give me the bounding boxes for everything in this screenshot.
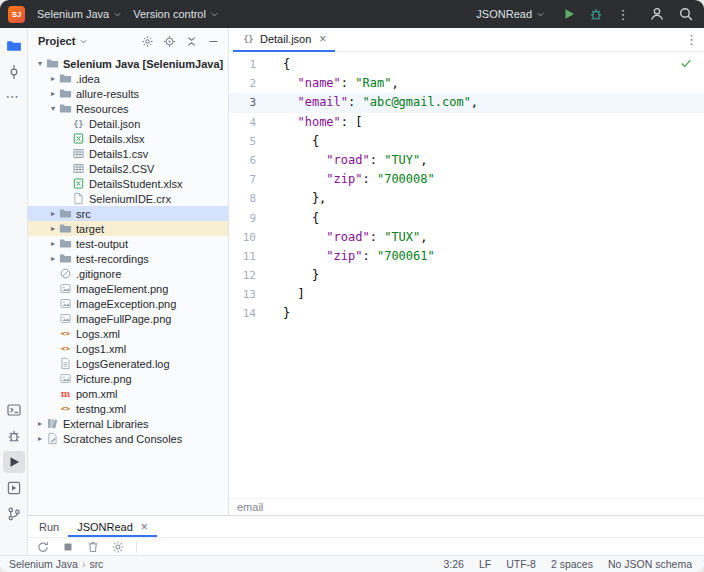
tree-item-details2-csv[interactable]: Details2.CSV [28,161,228,176]
tree-item-test-output[interactable]: ▸test-output [28,236,228,251]
code-line-7[interactable]: 7 "zip": "700008" [229,170,704,189]
code-line-4[interactable]: 4 "home": [ [229,113,704,132]
tree-item-gitignore[interactable]: .gitignore [28,266,228,281]
line-number[interactable]: 1 [229,55,273,74]
tree-item-picture-png[interactable]: Picture.png [28,371,228,386]
editor-options-icon[interactable]: ⋮ [685,33,698,46]
code-line-1[interactable]: 1{ [229,55,704,74]
tree-item-target[interactable]: ▸target [28,221,228,236]
tree-item-selenium-java-seleniumjava[interactable]: ▾Selenium Java [SeleniumJava]~/IdeaProj [28,56,228,71]
tree-chevron-icon[interactable]: ▸ [34,435,46,443]
tree-item-logsgenerated-log[interactable]: LogsGenerated.log [28,356,228,371]
code-line-9[interactable]: 9 { [229,209,704,228]
tab-run[interactable]: Run [30,516,68,537]
vcs-selector[interactable]: Version control [128,5,225,23]
line-number[interactable]: 11 [229,247,273,266]
tab-jsonread[interactable]: JSONRead × [68,516,157,537]
debug-tool-button[interactable] [3,425,25,447]
git-tool-button[interactable] [3,503,25,525]
breadcrumb-item[interactable]: email [237,501,263,513]
debug-icon[interactable] [588,6,604,22]
json-schema-widget[interactable]: No JSON schema [608,558,692,570]
line-number[interactable]: 5 [229,132,273,151]
inspections-ok-icon[interactable] [679,56,693,70]
code-line-3[interactable]: 3 "email": "abc@gmail.com", [229,93,704,112]
tree-item-details1-csv[interactable]: Details1.csv [28,146,228,161]
tree-item-pom-xml[interactable]: mpom.xml [28,386,228,401]
clear-icon[interactable] [86,540,100,554]
tree-item-details-xlsx[interactable]: Details.xlsx [28,131,228,146]
line-number[interactable]: 14 [229,304,273,323]
tree-chevron-icon[interactable]: ▸ [47,255,59,263]
tree-chevron-icon[interactable]: ▾ [47,105,59,113]
tree-item-test-recordings[interactable]: ▸test-recordings [28,251,228,266]
commit-tool-button[interactable] [3,61,25,83]
tree-chevron-icon[interactable]: ▸ [47,225,59,233]
tab-detail-json[interactable]: {} Detail.json × [233,28,335,52]
more-tools-tool-button[interactable]: ⋯ [3,87,25,109]
more-actions-icon[interactable]: ⋮ [615,6,631,22]
collapse-all-icon[interactable] [185,35,198,48]
code-line-13[interactable]: 13 ] [229,285,704,304]
project-tool-button[interactable] [3,35,25,57]
line-separator-widget[interactable]: LF [479,558,491,570]
encoding-widget[interactable]: UTF-8 [506,558,536,570]
app-logo[interactable]: SJ [8,6,25,23]
indent-widget[interactable]: 2 spaces [551,558,593,570]
terminal-tool-button[interactable] [3,399,25,421]
line-number[interactable]: 9 [229,209,273,228]
code-line-5[interactable]: 5 { [229,132,704,151]
tree-item-logs1-xml[interactable]: <>Logs1.xml [28,341,228,356]
line-number[interactable]: 6 [229,151,273,170]
code-line-11[interactable]: 11 "zip": "700061" [229,247,704,266]
tree-item-scratches-and-consoles[interactable]: ▸Scratches and Consoles [28,431,228,446]
search-icon[interactable] [678,6,694,22]
line-number[interactable]: 10 [229,228,273,247]
tree-chevron-icon[interactable]: ▾ [34,60,46,68]
code-line-8[interactable]: 8 }, [229,189,704,208]
tree-item-detailsstudent-xlsx[interactable]: DetailsStudent.xlsx [28,176,228,191]
tree-chevron-icon[interactable]: ▸ [47,240,59,248]
run-icon[interactable] [561,6,577,22]
tree-chevron-icon[interactable]: ▸ [34,420,46,428]
tree-item-imageelement-png[interactable]: ImageElement.png [28,281,228,296]
code-line-2[interactable]: 2 "name": "Ram", [229,74,704,93]
line-number[interactable]: 12 [229,266,273,285]
tree-item-logs-xml[interactable]: <>Logs.xml [28,326,228,341]
tree-chevron-icon[interactable]: ▸ [47,210,59,218]
tree-chevron-icon[interactable]: ▸ [47,90,59,98]
run-tool-button[interactable] [3,451,25,473]
statusbar-breadcrumb-project[interactable]: Selenium Java [9,558,78,570]
cursor-position-widget[interactable]: 3:26 [443,558,463,570]
line-number[interactable]: 4 [229,113,273,132]
close-tab-icon[interactable]: × [319,33,326,45]
settings-icon[interactable] [111,540,125,554]
tree-item-idea[interactable]: ▸.idea [28,71,228,86]
code-area[interactable]: 1{2 "name": "Ram",3 "email": "abc@gmail.… [229,52,704,498]
services-tool-button[interactable] [3,477,25,499]
tree-item-external-libraries[interactable]: ▸External Libraries [28,416,228,431]
line-number[interactable]: 13 [229,285,273,304]
rerun-icon[interactable] [36,540,50,554]
tree-item-imagefullpage-png[interactable]: ImageFullPage.png [28,311,228,326]
tree-item-src[interactable]: ▸src [28,206,228,221]
code-line-14[interactable]: 14} [229,304,704,323]
code-line-12[interactable]: 12 } [229,266,704,285]
tree-item-allure-results[interactable]: ▸allure-results [28,86,228,101]
settings-icon[interactable] [141,35,154,48]
tree-chevron-icon[interactable]: ▸ [47,75,59,83]
run-config-selector[interactable]: JSONRead [471,5,551,23]
line-number[interactable]: 7 [229,170,273,189]
project-selector[interactable]: Selenium Java [32,5,128,23]
tree-item-imageexception-png[interactable]: ImageException.png [28,296,228,311]
tree-item-testng-xml[interactable]: <>testng.xml [28,401,228,416]
project-panel-title[interactable]: Project [38,35,75,47]
hide-icon[interactable] [207,35,220,48]
stop-icon[interactable] [61,540,75,554]
statusbar-breadcrumb[interactable]: Selenium Java›src [9,558,103,570]
locate-icon[interactable] [163,35,176,48]
account-icon[interactable] [649,6,665,22]
close-tab-icon[interactable]: × [141,521,148,533]
code-line-10[interactable]: 10 "road": "TUX", [229,228,704,247]
code-line-6[interactable]: 6 "road": "TUY", [229,151,704,170]
